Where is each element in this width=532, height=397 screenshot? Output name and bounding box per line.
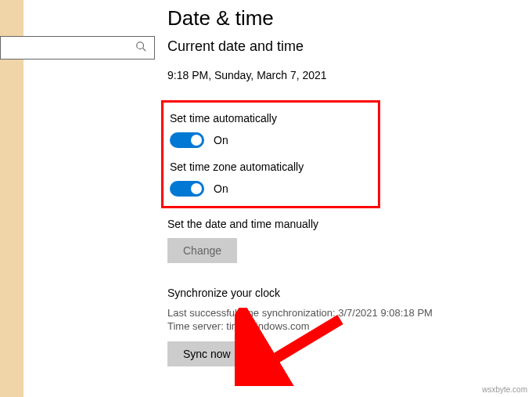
auto-time-toggle[interactable] bbox=[170, 132, 204, 148]
change-button: Change bbox=[167, 238, 237, 263]
auto-time-label: Set time automatically bbox=[170, 112, 372, 125]
highlight-annotation: Set time automatically On Set time zone … bbox=[161, 100, 380, 208]
sync-last: Last successful time synchronization: 3/… bbox=[167, 307, 532, 319]
current-datetime: 9:18 PM, Sunday, March 7, 2021 bbox=[167, 69, 532, 81]
sync-now-button[interactable]: Sync now bbox=[167, 341, 246, 366]
left-accent-strip bbox=[0, 0, 23, 397]
auto-tz-label: Set time zone automatically bbox=[170, 161, 372, 173]
sync-server: Time server: time.windows.com bbox=[167, 320, 532, 332]
settings-content: Date & time Current date and time 9:18 P… bbox=[167, 0, 532, 366]
manual-label: Set the date and time manually bbox=[167, 218, 532, 230]
svg-point-0 bbox=[137, 42, 144, 49]
page-title: Date & time bbox=[167, 6, 532, 31]
auto-tz-toggle[interactable] bbox=[170, 181, 204, 197]
section-subtitle: Current date and time bbox=[167, 38, 532, 55]
search-box[interactable] bbox=[0, 36, 155, 60]
sync-title: Synchronize your clock bbox=[167, 287, 532, 299]
auto-time-state: On bbox=[214, 134, 228, 146]
watermark: wsxbyte.com bbox=[482, 385, 527, 394]
search-icon bbox=[135, 41, 146, 55]
search-input[interactable] bbox=[0, 42, 135, 54]
svg-line-1 bbox=[143, 49, 146, 52]
sidebar bbox=[23, 0, 145, 397]
auto-tz-state: On bbox=[214, 182, 228, 195]
